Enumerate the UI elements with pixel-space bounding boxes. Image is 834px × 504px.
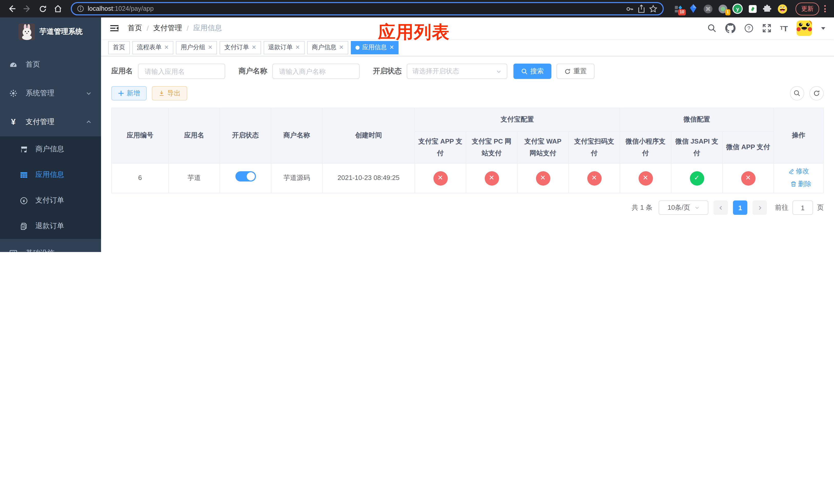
table-toolbar: 新增 导出 bbox=[111, 86, 824, 100]
font-size-icon[interactable]: TT bbox=[780, 24, 788, 32]
add-button[interactable]: 新增 bbox=[111, 86, 147, 100]
github-icon[interactable] bbox=[725, 23, 735, 33]
page-annotation-title: 应用列表 bbox=[378, 21, 450, 44]
yen-icon: ¥ bbox=[9, 117, 18, 127]
sidebar-item-merchant-info[interactable]: 商户信息 bbox=[0, 136, 101, 162]
header-search-icon[interactable] bbox=[707, 24, 716, 33]
avatar-caret-icon[interactable] bbox=[821, 26, 826, 31]
tab-close-icon[interactable]: ✕ bbox=[389, 44, 394, 51]
add-button-label: 新增 bbox=[127, 89, 140, 98]
extension-yudao-icon[interactable]: y bbox=[732, 4, 743, 14]
edit-link[interactable]: 修改 bbox=[788, 166, 809, 177]
page-unit-label: 页 bbox=[817, 203, 824, 212]
forward-icon[interactable] bbox=[21, 2, 34, 15]
tab-refund-order[interactable]: 退款订单✕ bbox=[263, 41, 304, 54]
sidebar-logo[interactable]: 芋道管理系统 bbox=[0, 18, 101, 46]
fullscreen-icon[interactable] bbox=[762, 24, 771, 33]
page-size-select[interactable]: 10条/页 bbox=[659, 201, 708, 215]
open-status-select[interactable]: 请选择开启状态 bbox=[407, 64, 507, 79]
sidebar-item-system[interactable]: 系统管理 bbox=[0, 79, 101, 108]
search-button-label: 搜索 bbox=[530, 67, 544, 76]
alipay-app-status-icon: ✕ bbox=[433, 171, 447, 185]
tab-close-icon[interactable]: ✕ bbox=[339, 44, 344, 51]
home-icon[interactable] bbox=[51, 2, 65, 15]
delete-link-label: 删除 bbox=[798, 178, 811, 189]
dashboard-icon bbox=[9, 61, 18, 69]
svg-text:⌘: ⌘ bbox=[705, 6, 711, 12]
goto-page-input[interactable] bbox=[792, 201, 813, 215]
tab-process-form[interactable]: 流程表单✕ bbox=[132, 41, 173, 54]
extension-puzzle-icon[interactable] bbox=[762, 4, 772, 14]
reset-button[interactable]: 重置 bbox=[556, 64, 594, 79]
sidebar-item-refund-order[interactable]: 退款订单 bbox=[0, 213, 101, 239]
bookmark-star-icon[interactable] bbox=[649, 4, 658, 13]
export-button[interactable]: 导出 bbox=[152, 86, 187, 100]
delete-link[interactable]: 删除 bbox=[790, 178, 811, 189]
sidebar-item-label: 商户信息 bbox=[36, 144, 64, 154]
refresh-table-button[interactable] bbox=[809, 86, 824, 100]
tab-home[interactable]: 首页 bbox=[108, 41, 130, 54]
app-name-input[interactable] bbox=[138, 64, 225, 79]
app-title: 芋道管理系统 bbox=[40, 27, 83, 37]
toggle-search-button[interactable] bbox=[790, 86, 804, 100]
col-group-wechat: 微信配置 bbox=[620, 108, 774, 132]
browser-update-button[interactable]: 更新 bbox=[795, 2, 819, 15]
hamburger-icon[interactable] bbox=[109, 23, 119, 33]
tab-label: 商户信息 bbox=[312, 43, 336, 52]
alipay-qr-status-icon: ✕ bbox=[587, 171, 601, 185]
refresh-icon bbox=[813, 90, 820, 97]
extension-kite-icon[interactable] bbox=[688, 4, 698, 14]
edit-pencil-icon bbox=[788, 168, 794, 175]
sidebar-item-app-info[interactable]: 应用信息 bbox=[0, 162, 101, 188]
sidebar-item-label: 系统管理 bbox=[26, 89, 78, 98]
gear-icon bbox=[9, 89, 18, 97]
tab-close-icon[interactable]: ✕ bbox=[164, 44, 169, 51]
url-bar[interactable]: localhost:1024/pay/app bbox=[71, 2, 664, 15]
sidebar-item-home[interactable]: 首页 bbox=[0, 50, 101, 79]
page-size-value: 10条/页 bbox=[667, 203, 690, 212]
reload-icon[interactable] bbox=[36, 2, 49, 15]
breadcrumb-home[interactable]: 首页 bbox=[128, 24, 142, 33]
col-merchant-name: 商户名称 bbox=[271, 108, 322, 163]
extension-grid-icon[interactable]: 10 bbox=[673, 4, 683, 14]
col-open-status: 开启状态 bbox=[220, 108, 271, 163]
table-row: 6 芋道 芋道源码 2021-10-23 08:49:25 ✕ ✕ ✕ ✕ ✕ … bbox=[112, 163, 824, 193]
help-icon[interactable]: ? bbox=[744, 24, 753, 33]
tab-label: 支付订单 bbox=[224, 43, 249, 52]
chevron-down-icon bbox=[86, 250, 92, 252]
chevron-down-icon bbox=[86, 90, 92, 96]
password-key-icon[interactable] bbox=[625, 4, 634, 13]
share-icon[interactable] bbox=[638, 5, 645, 13]
tab-pay-order[interactable]: 支付订单✕ bbox=[220, 41, 261, 54]
merchant-name-input[interactable] bbox=[272, 64, 359, 79]
site-info-icon[interactable] bbox=[77, 5, 84, 12]
sidebar-item-label: 基础设施 bbox=[26, 249, 78, 252]
extension-command-icon[interactable]: ⌘ bbox=[703, 4, 713, 14]
sidebar-item-payment[interactable]: ¥ 支付管理 bbox=[0, 108, 101, 136]
tab-label: 应用信息 bbox=[362, 43, 387, 52]
user-avatar[interactable] bbox=[796, 21, 812, 36]
tab-merchant-info[interactable]: 商户信息✕ bbox=[307, 41, 348, 54]
prev-page-button[interactable] bbox=[714, 201, 728, 215]
page-number-1[interactable]: 1 bbox=[733, 201, 747, 215]
breadcrumb-current: 应用信息 bbox=[193, 24, 222, 33]
col-group-alipay: 支付宝配置 bbox=[415, 108, 620, 132]
status-switch[interactable] bbox=[235, 171, 256, 182]
browser-menu-icon[interactable] bbox=[821, 5, 829, 12]
extension-emoji-icon[interactable] bbox=[777, 4, 787, 14]
breadcrumb-separator: / bbox=[187, 24, 189, 32]
tab-close-icon[interactable]: ✕ bbox=[208, 44, 212, 51]
extension-record-icon[interactable]: 1 bbox=[718, 4, 728, 14]
breadcrumb-payment[interactable]: 支付管理 bbox=[153, 24, 182, 33]
search-button[interactable]: 搜索 bbox=[513, 64, 551, 79]
extension-docs-icon[interactable] bbox=[747, 4, 758, 14]
tab-close-icon[interactable]: ✕ bbox=[295, 44, 300, 51]
tab-close-icon[interactable]: ✕ bbox=[251, 44, 256, 51]
screen: localhost:1024/pay/app 10 ⌘ bbox=[0, 0, 834, 252]
back-icon[interactable] bbox=[5, 2, 19, 15]
sidebar-item-pay-order[interactable]: ¥ 支付订单 bbox=[0, 188, 101, 213]
tab-user-group[interactable]: 用户分组✕ bbox=[176, 41, 217, 54]
sidebar-item-infrastructure[interactable]: 基础设施 bbox=[0, 239, 101, 252]
col-actions: 操作 bbox=[774, 108, 824, 163]
next-page-button[interactable] bbox=[752, 201, 767, 215]
